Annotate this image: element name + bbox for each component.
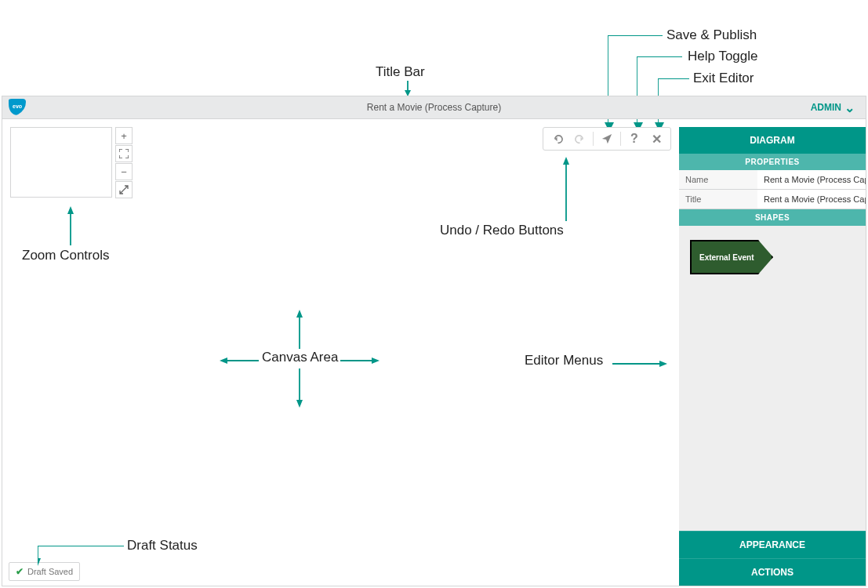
- annot-draft-status: Draft Status: [127, 538, 198, 554]
- admin-label: ADMIN: [811, 102, 841, 113]
- draft-status: ✔ Draft Saved: [9, 562, 80, 581]
- panel-header-appearance[interactable]: APPEARANCE: [679, 531, 866, 558]
- panel-header-diagram[interactable]: DIAGRAM: [679, 127, 866, 154]
- zoom-controls: + −: [115, 127, 133, 199]
- shape-external-event[interactable]: External Event: [690, 240, 773, 274]
- panel-bottom: APPEARANCE ACTIONS: [679, 531, 866, 586]
- right-panel: DIAGRAM PROPERTIES Name Rent a Movie (Pr…: [679, 127, 866, 586]
- svg-text:evo: evo: [13, 103, 22, 109]
- check-icon: ✔: [16, 566, 24, 577]
- publish-button[interactable]: [596, 128, 618, 150]
- annot-title-bar: Title Bar: [376, 64, 425, 80]
- minimap[interactable]: [10, 127, 112, 198]
- zoom-expand-button[interactable]: [115, 181, 133, 198]
- redo-icon: [574, 133, 586, 145]
- chevron-down-icon: ⌄: [844, 100, 855, 115]
- zoom-in-button[interactable]: +: [115, 127, 133, 144]
- panel-header-actions[interactable]: ACTIONS: [679, 558, 866, 586]
- help-button[interactable]: ?: [623, 128, 645, 150]
- property-value-title[interactable]: Rent a Movie (Process Cap: [757, 190, 866, 209]
- undo-icon: [552, 133, 564, 145]
- toolbar-divider: [593, 132, 594, 146]
- annot-help-toggle: Help Toggle: [688, 49, 757, 64]
- fullscreen-icon: [119, 149, 129, 158]
- property-row: Name Rent a Movie (Process Cap: [679, 170, 866, 190]
- annot-canvas-area: Canvas Area: [262, 350, 338, 365]
- annot-exit-editor: Exit Editor: [693, 71, 754, 86]
- panel-shapes-header: SHAPES: [679, 209, 866, 226]
- zoom-out-button[interactable]: −: [115, 163, 133, 180]
- panel-properties-header: PROPERTIES: [679, 154, 866, 170]
- app-area: + − ? ✕ DIAGRAM PROPERTIES Name Rent a M…: [2, 119, 866, 586]
- redo-button[interactable]: [568, 128, 590, 150]
- editor-toolbar: ? ✕: [543, 127, 671, 151]
- annot-editor-menus: Editor Menus: [525, 353, 603, 368]
- draft-status-label: Draft Saved: [27, 567, 73, 576]
- zoom-fit-button[interactable]: [115, 145, 133, 162]
- toolbar-divider: [620, 132, 621, 146]
- admin-menu[interactable]: ADMIN ⌄: [811, 100, 855, 115]
- title-bar: evo Rent a Movie (Process Capture) ADMIN…: [2, 96, 866, 119]
- send-icon: [601, 133, 612, 144]
- property-row: Title Rent a Movie (Process Cap: [679, 190, 866, 209]
- annot-zoom-controls: Zoom Controls: [22, 248, 109, 263]
- exit-button[interactable]: ✕: [645, 128, 667, 150]
- shapes-palette: External Event: [679, 226, 866, 531]
- shape-label: External Event: [699, 253, 754, 262]
- property-label: Title: [679, 190, 757, 209]
- undo-button[interactable]: [547, 128, 568, 150]
- property-value-name[interactable]: Rent a Movie (Process Cap: [757, 170, 866, 189]
- expand-arrows-icon: [119, 185, 129, 194]
- annot-undo-redo: Undo / Redo Buttons: [440, 223, 564, 238]
- annot-save-publish: Save & Publish: [666, 27, 757, 43]
- app-logo-icon: evo: [7, 99, 27, 116]
- page-title: Rent a Movie (Process Capture): [367, 102, 501, 113]
- property-label: Name: [679, 170, 757, 189]
